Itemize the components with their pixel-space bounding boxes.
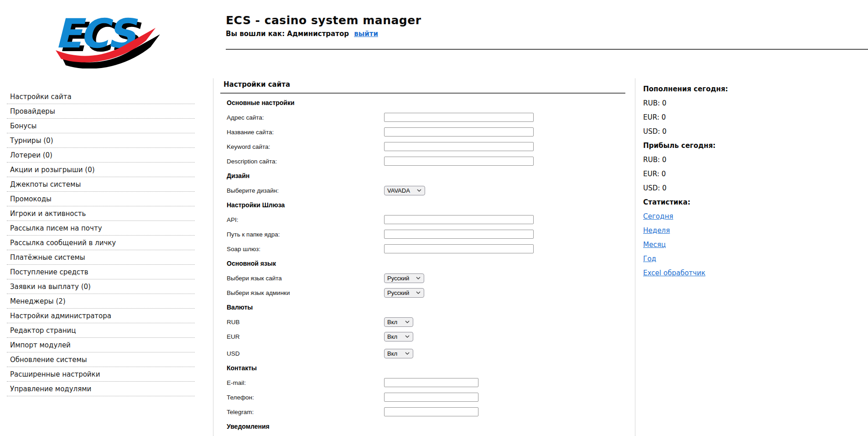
- sidebar-item-site-settings[interactable]: Настройки сайта: [7, 89, 195, 104]
- site-keyword-label: Keyword сайта:: [227, 143, 384, 150]
- section-design-header: Дизайн: [227, 172, 249, 179]
- sidebar-item-bonuses[interactable]: Бонусы: [7, 119, 195, 133]
- sidebar-item-page-editor[interactable]: Редактор страниц: [7, 323, 195, 338]
- stats-panel: Пополнения сегодня: RUB: 0EUR: 0USD: 0 П…: [643, 84, 753, 283]
- telegram-input[interactable]: [384, 407, 478, 416]
- chevron-down-icon: [405, 352, 410, 355]
- currency-usd-select[interactable]: Вкл: [384, 349, 413, 358]
- header-divider: [226, 49, 868, 50]
- sidebar-item-system-jackpots[interactable]: Джекпоты системы: [7, 177, 195, 192]
- statistics-title: Статистика:: [643, 198, 753, 207]
- sidebar-item-promo-codes[interactable]: Промокоды: [7, 192, 195, 206]
- stats-month-link[interactable]: Месяц: [643, 240, 666, 249]
- currency-rub-select-value: Вкл: [387, 319, 397, 326]
- site-keyword-input[interactable]: [384, 142, 534, 151]
- sidebar-item-incoming-funds[interactable]: Поступление средств: [7, 265, 195, 279]
- row-api: API:: [227, 215, 625, 224]
- row-site-language: Выбери язык сайтаРусский: [227, 273, 625, 283]
- telegram-label: Telegram:: [227, 409, 384, 415]
- deposit-usd: USD: 0: [643, 127, 753, 136]
- admin-language-select[interactable]: Русский: [384, 288, 424, 298]
- sidebar-item-payment-systems[interactable]: Платёжные системы: [7, 250, 195, 265]
- admin-language-label: Выбери язык админки: [227, 289, 384, 296]
- sidebar-item-pm-mailing[interactable]: Рассылка сообщений в личку: [7, 236, 195, 250]
- sidebar-item-providers[interactable]: Провайдеры: [7, 104, 195, 119]
- section-currencies-header: Валюты: [227, 304, 253, 311]
- site-settings-panel: Настройки сайта Основные настройкиАдрес …: [220, 80, 625, 436]
- stats-year-link[interactable]: Год: [643, 254, 656, 263]
- site-address-label: Адрес сайта:: [227, 114, 384, 121]
- currency-rub-select[interactable]: Вкл: [384, 317, 413, 327]
- stats-today-link[interactable]: Сегодня: [643, 212, 673, 221]
- row-core-folder-path: Путь к папке ядра:: [227, 230, 625, 239]
- api-input[interactable]: [384, 215, 534, 224]
- core-folder-path-label: Путь к папке ядра:: [227, 231, 384, 238]
- row-site-description: Description сайта:: [227, 157, 625, 166]
- profit-list: RUB: 0EUR: 0USD: 0: [643, 155, 753, 193]
- site-language-select[interactable]: Русский: [384, 273, 424, 283]
- sidebar-item-admin-settings[interactable]: Настройки администратора: [7, 309, 195, 323]
- profit-today-title: Прибыль сегодня:: [643, 141, 753, 150]
- row-site-keyword: Keyword сайта:: [227, 142, 625, 151]
- site-description-label: Description сайта:: [227, 158, 384, 165]
- sidebar-item-advanced-settings[interactable]: Расширенные настройки: [7, 367, 195, 382]
- api-label: API:: [227, 216, 384, 223]
- sidebar-item-tournaments[interactable]: Турниры (0): [7, 133, 195, 148]
- chevron-down-icon: [416, 277, 421, 279]
- settings-form: Основные настройкиАдрес сайта:Название с…: [220, 98, 625, 436]
- currency-rub-label: RUB: [227, 319, 384, 326]
- row-currency-rub: RUBВкл: [227, 317, 625, 326]
- phone-input[interactable]: [384, 393, 478, 402]
- phone-label: Телефон:: [227, 394, 384, 401]
- logout-link[interactable]: выйти: [354, 30, 378, 38]
- ecs-logo-image: ECS ECS: [51, 6, 160, 68]
- core-folder-path-input[interactable]: [384, 230, 534, 239]
- excel-handler-link[interactable]: Excel обработчик: [643, 268, 705, 278]
- soap-gateway-label: Soap шлюз:: [227, 246, 384, 252]
- sidebar-item-module-import[interactable]: Импорт модулей: [7, 338, 195, 352]
- sidebar-item-lotteries[interactable]: Лотереи (0): [7, 148, 195, 163]
- design-select[interactable]: VAVADA: [384, 186, 425, 195]
- soap-gateway-input[interactable]: [384, 244, 534, 253]
- sidebar-item-managers[interactable]: Менеджеры (2): [7, 294, 195, 309]
- section-contacts-header: Контакты: [227, 364, 257, 372]
- sidebar-menu: Настройки сайтаПровайдерыБонусыТурниры (…: [7, 89, 195, 396]
- row-section-design: Дизайн: [227, 171, 625, 180]
- ecs-logo: ECS ECS: [51, 6, 160, 68]
- sidebar-item-system-update[interactable]: Обновление системы: [7, 352, 195, 367]
- site-address-input[interactable]: [384, 113, 534, 122]
- row-section-contacts: Контакты: [227, 363, 625, 373]
- currency-eur-label: EUR: [227, 333, 384, 340]
- section-notifications-header: Уведомления: [227, 423, 270, 430]
- design-select-value: VAVADA: [387, 187, 410, 194]
- row-design: Выберите дизайн:VAVADA: [227, 186, 625, 195]
- app-title: ECS - casino system manager: [226, 14, 421, 27]
- sidebar-item-email-mailing[interactable]: Рассылка писем на почту: [7, 221, 195, 236]
- deposits-list: RUB: 0EUR: 0USD: 0: [643, 99, 753, 136]
- section-basic-settings-header: Основные настройки: [227, 99, 295, 106]
- sidebar-item-promotions[interactable]: Акции и розыгрыши (0): [7, 163, 195, 177]
- row-currency-usd: USDВкл: [227, 349, 625, 358]
- design-label: Выберите дизайн:: [227, 187, 384, 194]
- row-site-name: Название сайта:: [227, 127, 625, 137]
- site-language-select-value: Русский: [387, 275, 409, 282]
- currency-usd-label: USD: [227, 350, 384, 357]
- sidebar-item-players-activity[interactable]: Игроки и активность: [7, 206, 195, 221]
- email-input[interactable]: [384, 378, 478, 387]
- row-soap-gateway: Soap шлюз:: [227, 244, 625, 253]
- site-description-input[interactable]: [384, 157, 534, 166]
- stats-week-link[interactable]: Неделя: [643, 226, 670, 235]
- site-name-input[interactable]: [384, 127, 534, 137]
- currency-eur-select[interactable]: Вкл: [384, 332, 413, 341]
- sidebar-item-payout-requests[interactable]: Заявки на выплату (0): [7, 279, 195, 294]
- row-section-gateway: Настройки Шлюза: [227, 200, 625, 210]
- deposits-today-title: Пополнения сегодня:: [643, 84, 753, 94]
- row-telegram: Telegram:: [227, 407, 625, 416]
- page-title: Настройки сайта: [220, 80, 625, 89]
- left-panel-divider: [213, 79, 213, 436]
- row-section-currencies: Валюты: [227, 303, 625, 312]
- chevron-down-icon: [405, 335, 410, 338]
- chevron-down-icon: [416, 291, 421, 294]
- profit-rub: RUB: 0: [643, 155, 753, 164]
- sidebar-item-module-management[interactable]: Управление модулями: [7, 382, 195, 396]
